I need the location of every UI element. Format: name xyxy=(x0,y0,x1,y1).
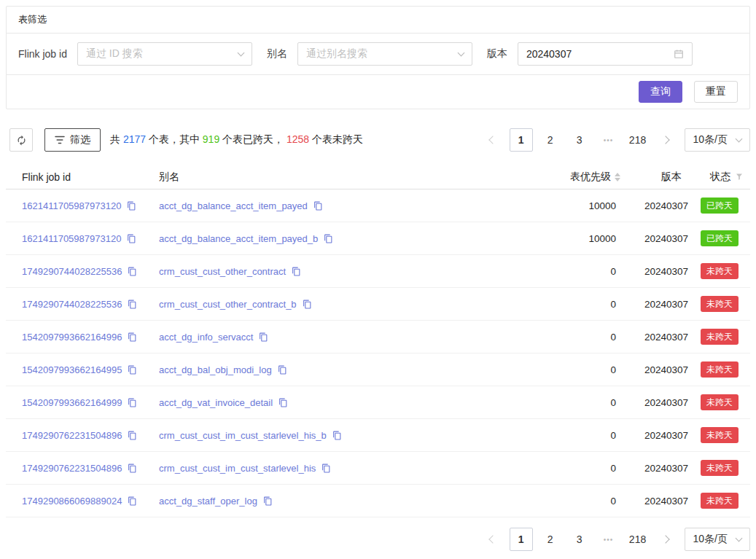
copy-icon[interactable] xyxy=(128,398,137,407)
copy-icon[interactable] xyxy=(128,464,137,473)
flink-job-id-link[interactable]: 1621411705987973120 xyxy=(22,233,121,244)
column-header-priority-label: 表优先级 xyxy=(570,171,611,184)
filter-card: 表筛选 Flink job id 通过 ID 搜索 别名 通过别名搜索 版本 2… xyxy=(6,6,750,109)
calendar-icon xyxy=(674,49,684,59)
version-value: 20240307 xyxy=(622,200,689,211)
table-row: 1749290866069889024 acct_dg_staff_oper_l… xyxy=(6,485,750,517)
alias-link[interactable]: acct_dg_info_servacct xyxy=(159,332,253,343)
pagination-page-3[interactable]: 3 xyxy=(568,528,591,551)
table-header-row: Flink job id 别名 表优先级 版本 状态 xyxy=(6,165,750,189)
page-size-select[interactable]: 10条/页 xyxy=(685,528,750,551)
pagination-ellipsis[interactable]: ••• xyxy=(597,128,620,152)
alias-select[interactable]: 通过别名搜索 xyxy=(297,42,472,66)
copy-icon[interactable] xyxy=(263,496,273,506)
filter-row: Flink job id 通过 ID 搜索 别名 通过别名搜索 版本 20240… xyxy=(7,34,749,75)
alias-link[interactable]: acct_dg_balance_acct_item_payed xyxy=(159,200,308,211)
table-row: 1749290744028225536 crm_cust_cust_other_… xyxy=(6,255,750,288)
pagination-prev-button[interactable] xyxy=(480,528,504,551)
priority-value: 0 xyxy=(520,266,622,277)
version-label: 版本 xyxy=(487,47,507,60)
table-row: 1542097993662164999 acct_dg_vat_invoice_… xyxy=(6,386,750,419)
alias-link[interactable]: acct_dg_balance_acct_item_payed_b xyxy=(159,233,318,244)
column-header-priority[interactable]: 表优先级 xyxy=(520,171,622,184)
filter-funnel-icon[interactable] xyxy=(735,173,744,181)
filter-card-title: 表筛选 xyxy=(7,7,749,34)
alias-link[interactable]: crm_cust_cust_other_contract xyxy=(159,266,286,277)
summary-segment: 个表已跨天， xyxy=(219,133,287,145)
alias-link[interactable]: acct_dg_bal_obj_modi_log xyxy=(159,364,272,375)
column-header-alias: 别名 xyxy=(149,171,520,184)
copy-icon[interactable] xyxy=(324,234,333,243)
filter-toggle-button[interactable]: 筛选 xyxy=(44,128,101,152)
flink-job-id-link[interactable]: 1542097993662164999 xyxy=(22,397,122,408)
page-size-label: 10条/页 xyxy=(693,533,728,546)
flink-job-id-select[interactable]: 通过 ID 搜索 xyxy=(77,42,252,66)
flink-job-id-link[interactable]: 1542097993662164995 xyxy=(22,364,122,375)
pagination-page-218[interactable]: 218 xyxy=(626,128,650,152)
copy-icon[interactable] xyxy=(303,300,312,309)
pagination-prev-button[interactable] xyxy=(480,128,504,152)
status-badge: 未跨天 xyxy=(701,296,739,312)
alias-link[interactable]: acct_dg_vat_invoice_detail xyxy=(159,397,273,408)
table: Flink job id 别名 表优先级 版本 状态 1621411705987… xyxy=(6,165,750,517)
flink-job-id-link[interactable]: 1621411705987973120 xyxy=(22,200,121,211)
status-badge: 已跨天 xyxy=(701,198,739,214)
alias-link[interactable]: acct_dg_staff_oper_log xyxy=(159,496,257,507)
copy-icon[interactable] xyxy=(128,496,137,506)
version-value: 20240307 xyxy=(622,233,689,244)
chevron-down-icon xyxy=(237,50,244,57)
flink-job-id-link[interactable]: 1749290866069889024 xyxy=(22,496,122,507)
copy-icon[interactable] xyxy=(313,201,323,211)
table-row: 1621411705987973120 acct_dg_balance_acct… xyxy=(6,222,750,255)
pagination-page-3[interactable]: 3 xyxy=(568,128,591,152)
copy-icon[interactable] xyxy=(127,234,136,243)
chevron-right-icon xyxy=(661,136,669,144)
copy-icon[interactable] xyxy=(278,398,288,407)
alias-link[interactable]: crm_cust_cust_im_cust_starlevel_his xyxy=(159,463,316,474)
pagination-page-2[interactable]: 2 xyxy=(539,128,562,152)
uncrossed-count: 1258 xyxy=(287,133,309,145)
pagination-next-button[interactable] xyxy=(655,528,679,551)
copy-icon[interactable] xyxy=(128,267,137,276)
copy-icon[interactable] xyxy=(322,464,331,473)
query-button[interactable]: 查询 xyxy=(639,81,682,103)
copy-icon[interactable] xyxy=(128,431,137,440)
page-size-label: 10条/页 xyxy=(693,133,728,146)
crossed-count: 919 xyxy=(203,133,219,145)
flink-job-id-link[interactable]: 1542097993662164996 xyxy=(22,332,122,343)
flink-job-id-link[interactable]: 1749290762231504896 xyxy=(22,463,122,474)
reset-button[interactable]: 重置 xyxy=(694,81,738,103)
pagination-page-1[interactable]: 1 xyxy=(510,528,533,551)
copy-icon[interactable] xyxy=(332,431,342,440)
page-size-select[interactable]: 10条/页 xyxy=(685,128,750,152)
copy-icon[interactable] xyxy=(128,300,137,309)
copy-icon[interactable] xyxy=(127,201,136,211)
copy-icon[interactable] xyxy=(278,365,287,375)
copy-icon[interactable] xyxy=(128,365,137,375)
version-value: 20240307 xyxy=(622,397,689,408)
pagination-ellipsis[interactable]: ••• xyxy=(597,528,620,551)
summary-segment: 个表未跨天 xyxy=(309,133,363,145)
sort-icon[interactable] xyxy=(615,173,620,181)
alias-link[interactable]: crm_cust_cust_other_contract_b xyxy=(159,299,297,310)
refresh-button[interactable] xyxy=(9,128,33,152)
alias-link[interactable]: crm_cust_cust_im_cust_starlevel_his_b xyxy=(159,430,327,441)
pagination-next-button[interactable] xyxy=(655,128,679,152)
filter-button-label: 筛选 xyxy=(70,133,90,146)
copy-icon[interactable] xyxy=(292,267,301,276)
copy-icon[interactable] xyxy=(259,332,268,342)
version-date-input[interactable]: 20240307 xyxy=(518,42,693,66)
summary-segment: 个表，其中 xyxy=(146,133,203,145)
flink-job-id-link[interactable]: 1749290744028225536 xyxy=(22,266,122,277)
flink-job-id-link[interactable]: 1749290744028225536 xyxy=(22,299,122,310)
priority-value: 0 xyxy=(520,364,622,375)
pagination-page-2[interactable]: 2 xyxy=(539,528,562,551)
table-row: 1542097993662164995 acct_dg_bal_obj_modi… xyxy=(6,353,750,386)
status-badge: 未跨天 xyxy=(701,263,739,279)
flink-job-id-link[interactable]: 1749290762231504896 xyxy=(22,430,122,441)
priority-value: 0 xyxy=(520,332,622,343)
status-badge: 未跨天 xyxy=(701,460,739,476)
copy-icon[interactable] xyxy=(128,332,137,342)
pagination-page-1[interactable]: 1 xyxy=(510,128,533,152)
pagination-page-218[interactable]: 218 xyxy=(626,528,650,551)
